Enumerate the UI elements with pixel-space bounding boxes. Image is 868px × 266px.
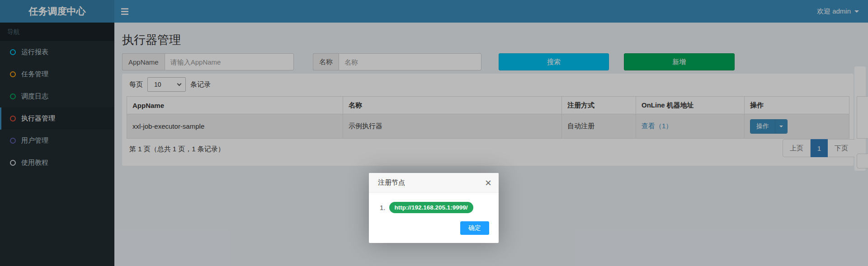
modal-body: 1. http://192.168.205.1:9999/: [369, 193, 499, 216]
modal-footer: 确定: [369, 216, 499, 243]
confirm-button[interactable]: 确定: [460, 221, 489, 235]
close-icon[interactable]: ×: [485, 177, 491, 188]
modal-title: 注册节点: [378, 178, 405, 187]
modal-header: 注册节点 ×: [369, 173, 499, 193]
registry-node-modal: 注册节点 × 1. http://192.168.205.1:9999/ 确定: [369, 173, 499, 243]
node-index-label: 1.: [380, 204, 386, 211]
registry-node-item: 1. http://192.168.205.1:9999/: [380, 202, 490, 213]
node-address-badge: http://192.168.205.1:9999/: [389, 202, 473, 213]
app-window: 任务调度中心 欢迎 admin 导航 运行报表 任务管理 调度日志 执行器管理 …: [0, 0, 868, 266]
